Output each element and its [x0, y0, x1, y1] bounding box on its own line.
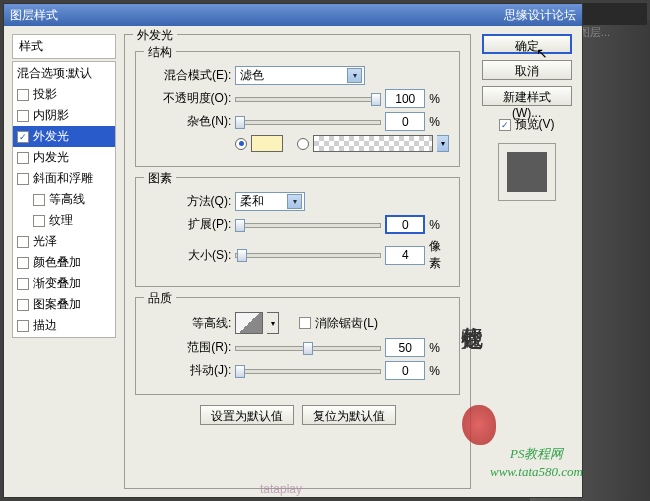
panel-title: 外发光 [133, 27, 177, 44]
preview-label: 预览(V) [515, 116, 555, 133]
watermark-line1: PS教程网 [510, 445, 563, 463]
dialog-title: 图层样式 [10, 7, 58, 24]
style-satin[interactable]: 光泽 [13, 231, 115, 252]
opacity-input[interactable] [385, 89, 425, 108]
style-gradient-overlay[interactable]: 渐变叠加 [13, 273, 115, 294]
noise-input[interactable] [385, 112, 425, 131]
noise-slider[interactable] [235, 115, 381, 129]
style-blend-options[interactable]: 混合选项:默认 [13, 63, 115, 84]
jitter-label: 抖动(J): [146, 362, 231, 379]
chevron-down-icon: ▾ [287, 194, 302, 209]
checkbox-icon[interactable] [17, 236, 29, 248]
style-inner-glow[interactable]: 内发光 [13, 147, 115, 168]
checkbox-icon[interactable] [17, 131, 29, 143]
watermark-line2: www.tata580.com [490, 464, 583, 480]
opacity-label: 不透明度(O): [146, 90, 231, 107]
contour-swatch[interactable] [235, 312, 263, 334]
structure-group: 结构 混合模式(E): 滤色▾ 不透明度(O): % 杂色(N [135, 51, 460, 167]
style-texture[interactable]: 纹理 [13, 210, 115, 231]
checkbox-icon[interactable] [17, 257, 29, 269]
checkbox-icon[interactable] [33, 194, 45, 206]
checkbox-icon[interactable] [17, 110, 29, 122]
style-color-overlay[interactable]: 颜色叠加 [13, 252, 115, 273]
preview-checkbox[interactable] [499, 119, 511, 131]
new-style-button[interactable]: 新建样式(W)... [482, 86, 572, 106]
blend-mode-select[interactable]: 滤色▾ [235, 66, 365, 85]
technique-select[interactable]: 柔和▾ [235, 192, 305, 211]
dialog-titlebar[interactable]: 图层样式 思缘设计论坛 [4, 4, 582, 26]
style-inner-shadow[interactable]: 内阴影 [13, 105, 115, 126]
quality-group: 品质 等高线: ▾ 消除锯齿(L) 范围(R): % [135, 297, 460, 395]
cancel-button[interactable]: 取消 [482, 60, 572, 80]
layers-palette-text: 图层... [579, 25, 610, 40]
antialias-checkbox[interactable] [299, 317, 311, 329]
style-outer-glow[interactable]: 外发光 [13, 126, 115, 147]
range-label: 范围(R): [146, 339, 231, 356]
size-input[interactable] [385, 246, 425, 265]
size-label: 大小(S): [146, 247, 231, 264]
chevron-down-icon: ▾ [347, 68, 362, 83]
size-slider[interactable] [235, 248, 381, 262]
color-swatch[interactable] [251, 135, 283, 152]
range-input[interactable] [385, 338, 425, 357]
jitter-input[interactable] [385, 361, 425, 380]
jitter-slider[interactable] [235, 364, 381, 378]
reset-default-button[interactable]: 复位为默认值 [302, 405, 396, 425]
checkbox-icon[interactable] [17, 299, 29, 311]
style-stroke[interactable]: 描边 [13, 315, 115, 336]
seal-icon [462, 405, 496, 445]
style-bevel[interactable]: 斜面和浮雕 [13, 168, 115, 189]
technique-label: 方法(Q): [146, 193, 231, 210]
gradient-radio[interactable] [297, 138, 309, 150]
layer-style-dialog: 图层样式 思缘设计论坛 样式 混合选项:默认 投影 内阴影 外发光 内发光 斜面… [3, 3, 583, 498]
blend-mode-label: 混合模式(E): [146, 67, 231, 84]
preview-box [498, 143, 556, 201]
banner-site-text: 思缘设计论坛 [504, 7, 576, 24]
checkbox-icon[interactable] [17, 89, 29, 101]
checkbox-icon[interactable] [17, 320, 29, 332]
range-slider[interactable] [235, 341, 381, 355]
style-drop-shadow[interactable]: 投影 [13, 84, 115, 105]
checkbox-icon[interactable] [17, 278, 29, 290]
checkbox-icon[interactable] [17, 152, 29, 164]
style-contour[interactable]: 等高线 [13, 189, 115, 210]
style-pattern-overlay[interactable]: 图案叠加 [13, 294, 115, 315]
styles-list: 样式 混合选项:默认 投影 内阴影 外发光 内发光 斜面和浮雕 等高线 纹理 光… [12, 34, 116, 489]
chevron-down-icon[interactable]: ▾ [437, 135, 449, 152]
contour-label: 等高线: [146, 315, 231, 332]
ok-button[interactable]: 确定 ↖ [482, 34, 572, 54]
spread-input[interactable] [385, 215, 425, 234]
spread-slider[interactable] [235, 218, 381, 232]
opacity-slider[interactable] [235, 92, 381, 106]
set-default-button[interactable]: 设置为默认值 [200, 405, 294, 425]
watermark-bottom: tataplay [260, 482, 302, 496]
spread-label: 扩展(P): [146, 216, 231, 233]
noise-label: 杂色(N): [146, 113, 231, 130]
antialias-label: 消除锯齿(L) [315, 315, 378, 332]
gradient-swatch[interactable] [313, 135, 433, 152]
settings-panel: 外发光 结构 混合模式(E): 滤色▾ 不透明度(O): % [124, 34, 471, 489]
preview-thumbnail [507, 152, 547, 192]
chevron-down-icon[interactable]: ▾ [267, 312, 279, 334]
checkbox-icon[interactable] [17, 173, 29, 185]
checkbox-icon[interactable] [33, 215, 45, 227]
elements-group: 图素 方法(Q): 柔和▾ 扩展(P): % 大小(S): [135, 177, 460, 287]
color-radio[interactable] [235, 138, 247, 150]
styles-header[interactable]: 样式 [12, 34, 116, 59]
